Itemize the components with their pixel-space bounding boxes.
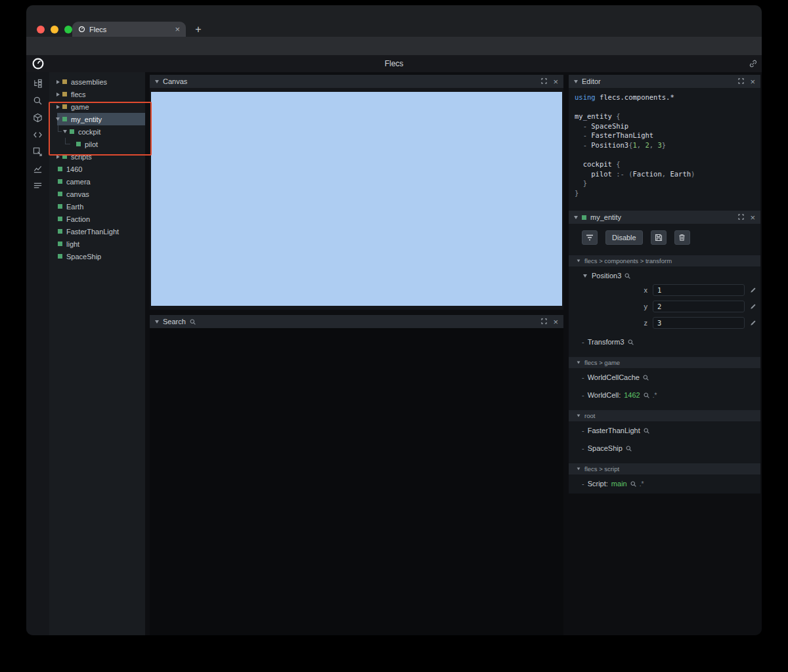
- entity-color-icon: [62, 79, 67, 84]
- component-row-spaceship[interactable]: -SpaceShip: [569, 444, 760, 453]
- permalink-icon[interactable]: [749, 59, 758, 71]
- collapse-arrow-icon[interactable]: [55, 117, 61, 121]
- disable-button[interactable]: Disable: [605, 230, 643, 245]
- search-panel-body[interactable]: [150, 328, 563, 635]
- tree-item-camera[interactable]: camera: [49, 175, 145, 188]
- expand-icon[interactable]: [738, 77, 744, 85]
- code-line: }: [575, 178, 755, 188]
- browser-tab[interactable]: Flecs ×: [72, 22, 186, 37]
- expand-icon[interactable]: [541, 77, 547, 85]
- code-line: [575, 102, 755, 112]
- save-button[interactable]: [651, 230, 667, 245]
- close-icon[interactable]: ×: [553, 77, 558, 86]
- zoom-window-button[interactable]: [64, 26, 72, 33]
- tree-item-my-entity[interactable]: my_entity: [49, 113, 145, 125]
- search-icon[interactable]: [626, 446, 632, 452]
- tree-item-earth[interactable]: Earth: [49, 200, 145, 213]
- tree-item-spaceship[interactable]: SpaceShip: [49, 250, 145, 262]
- filter-button[interactable]: [582, 230, 598, 245]
- bullet-dash: -: [582, 391, 584, 399]
- expand-arrow-icon[interactable]: [55, 80, 61, 84]
- cube-icon[interactable]: [32, 112, 44, 123]
- collapse-arrow-icon[interactable]: [62, 130, 68, 133]
- x-value-input[interactable]: [653, 284, 745, 296]
- expand-arrow-icon[interactable]: [55, 155, 61, 159]
- close-icon[interactable]: ×: [750, 77, 755, 86]
- code-line: }: [575, 188, 755, 198]
- search-icon[interactable]: [32, 95, 44, 106]
- edit-icon[interactable]: [750, 320, 756, 326]
- tree-item-pilot[interactable]: pilot: [49, 138, 145, 150]
- collapse-icon[interactable]: [574, 216, 578, 219]
- code-line: - SpaceShip: [575, 121, 755, 131]
- search-icon[interactable]: [628, 339, 634, 345]
- tree-item-scripts[interactable]: scripts: [49, 150, 145, 163]
- new-tab-button[interactable]: +: [192, 23, 205, 36]
- close-icon[interactable]: ×: [553, 318, 558, 326]
- expand-icon[interactable]: [541, 318, 547, 326]
- component-section-header[interactable]: root: [569, 410, 760, 421]
- entity-color-icon: [58, 179, 62, 184]
- component-row-script[interactable]: -Script:main.*: [569, 479, 760, 488]
- tree-item-canvas[interactable]: canvas: [49, 188, 145, 200]
- edit-icon[interactable]: [750, 303, 756, 310]
- chart-icon[interactable]: [32, 163, 44, 174]
- tree-item-game[interactable]: game: [49, 100, 145, 113]
- tree-item-1460[interactable]: 1460: [49, 163, 145, 175]
- collapse-arrow-icon[interactable]: [582, 274, 588, 278]
- component-section-header[interactable]: flecs > components > transform: [569, 255, 760, 266]
- page-title: Flecs: [26, 55, 762, 72]
- collapse-icon[interactable]: [155, 320, 159, 324]
- tree-item-fasterthanlight[interactable]: FasterThanLight: [49, 225, 145, 238]
- minimize-window-button[interactable]: [51, 26, 58, 33]
- script-editor[interactable]: using flecs.components.* my_entity { - S…: [569, 88, 760, 211]
- expand-arrow-icon[interactable]: [55, 105, 61, 109]
- search-icon[interactable]: [643, 375, 649, 381]
- tree-item-assemblies[interactable]: assemblies: [49, 75, 145, 88]
- section-path: flecs > components > transform: [584, 257, 672, 264]
- app-header: Flecs: [26, 55, 762, 72]
- component-row-transform3[interactable]: -Transform3: [569, 337, 760, 346]
- tree-item-cockpit[interactable]: cockpit: [49, 125, 145, 138]
- tree-item-label: flecs: [71, 91, 86, 98]
- component-section-header[interactable]: flecs > script: [569, 463, 760, 474]
- component-section-header[interactable]: flecs > game: [569, 357, 760, 368]
- search-icon[interactable]: [630, 481, 636, 487]
- code-icon[interactable]: [32, 129, 44, 140]
- component-row-worldcellcache[interactable]: -WorldCellCache: [569, 373, 760, 382]
- z-value-input[interactable]: [653, 317, 745, 329]
- y-value-input[interactable]: [653, 301, 745, 312]
- entity-color-icon: [62, 104, 67, 109]
- component-sections: flecs > components > transformPosition3x…: [569, 255, 760, 488]
- close-icon[interactable]: ×: [750, 213, 755, 222]
- log-icon[interactable]: [32, 180, 44, 191]
- delete-button[interactable]: [674, 230, 690, 245]
- field-label: y: [569, 303, 653, 310]
- tree-item-light[interactable]: light: [49, 238, 145, 250]
- browser-window: Flecs × + flecs.dev/explorer/?wasm=https…: [26, 5, 762, 635]
- tab-close-icon[interactable]: ×: [175, 25, 180, 33]
- inspect-icon[interactable]: [32, 146, 44, 157]
- collapse-icon: [577, 260, 580, 262]
- collapse-icon[interactable]: [574, 80, 578, 83]
- collapse-icon[interactable]: [155, 80, 159, 83]
- close-window-button[interactable]: [37, 26, 45, 33]
- edit-icon[interactable]: [750, 287, 756, 293]
- entity-color-icon: [58, 167, 62, 171]
- component-row-fasterthanlight[interactable]: -FasterThanLight: [569, 426, 760, 435]
- entities-icon[interactable]: [32, 78, 44, 89]
- component-row-position3[interactable]: Position3: [569, 271, 760, 280]
- canvas-viewport[interactable]: [151, 92, 562, 306]
- expand-icon[interactable]: [738, 213, 744, 221]
- section-path: root: [584, 412, 595, 419]
- entity-color-icon: [58, 204, 62, 209]
- expand-arrow-icon[interactable]: [55, 93, 61, 96]
- search-icon[interactable]: [624, 273, 630, 279]
- search-icon[interactable]: [644, 392, 649, 398]
- component-row-worldcell[interactable]: -WorldCell:1462.*: [569, 390, 760, 400]
- tree-item-faction[interactable]: Faction: [49, 213, 145, 225]
- search-icon[interactable]: [644, 428, 649, 434]
- component-value: main: [611, 480, 627, 488]
- component-name: Position3: [592, 272, 621, 280]
- tree-item-flecs[interactable]: flecs: [49, 88, 145, 100]
